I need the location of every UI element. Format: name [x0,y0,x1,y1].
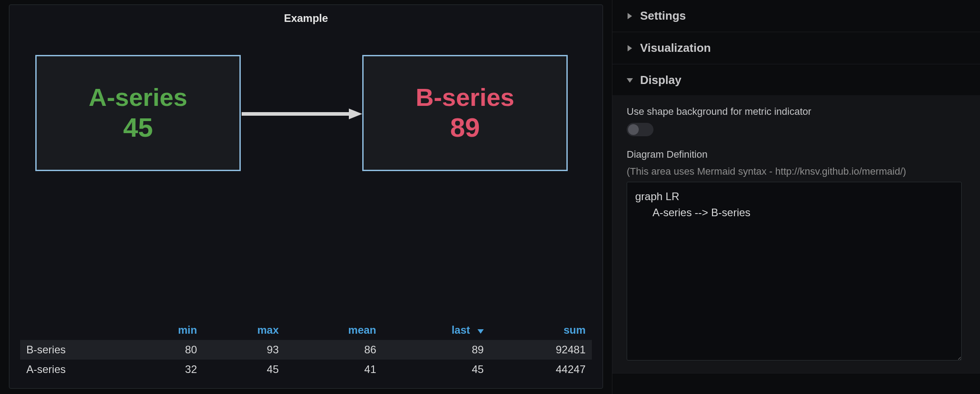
section-visualization[interactable]: Visualization [627,41,966,55]
cell-sum: 92481 [490,340,592,360]
cell-min: 80 [127,340,203,360]
svg-marker-5 [627,78,633,83]
diagram-definition-label: Diagram Definition [627,149,966,160]
stats-table: min max mean last sum [9,319,603,388]
cell-min: 32 [127,360,203,379]
cell-mean: 86 [285,340,382,360]
cell-mean: 41 [285,360,382,379]
section-settings[interactable]: Settings [627,9,966,23]
section-label: Display [640,73,682,87]
table-row[interactable]: A-series 32 45 41 45 44247 [20,360,592,379]
cell-last: 89 [382,340,490,360]
section-display[interactable]: Display [627,73,966,87]
stats-col-sum[interactable]: sum [490,320,592,340]
cell-max: 45 [203,360,285,379]
node-label: A-series [88,83,187,112]
chevron-right-icon [627,45,633,51]
svg-marker-3 [628,13,632,19]
node-label: B-series [415,83,514,112]
diagram-node-a[interactable]: A-series 45 [35,55,241,171]
diagram-canvas: A-series 45 B-series 89 [9,27,603,319]
chevron-down-icon [627,77,633,84]
cell-last: 45 [382,360,490,379]
cell-sum: 44247 [490,360,592,379]
diagram-definition-hint: (This area uses Mermaid syntax - http://… [627,166,966,177]
table-row[interactable]: B-series 80 93 86 89 92481 [20,340,592,360]
section-label: Visualization [640,41,711,55]
panel-title[interactable]: Example [9,5,603,27]
stats-col-last[interactable]: last [382,320,490,340]
shape-bg-label: Use shape background for metric indicato… [627,106,966,117]
node-value: 45 [123,112,153,143]
diagram-node-b[interactable]: B-series 89 [362,55,568,171]
chevron-right-icon [627,13,633,19]
cell-name: A-series [20,360,127,379]
svg-marker-2 [477,329,484,334]
section-label: Settings [640,9,686,23]
arrow-icon [242,109,362,119]
cell-max: 93 [203,340,285,360]
options-sidebar: Settings Visualization Display Use shape… [612,0,980,394]
shape-bg-toggle[interactable] [627,123,653,136]
stats-col-mean[interactable]: mean [285,320,382,340]
svg-marker-1 [349,109,362,119]
svg-marker-4 [628,45,632,51]
stats-col-max[interactable]: max [203,320,285,340]
node-value: 89 [450,112,480,143]
diagram-definition-input[interactable] [627,182,962,360]
chevron-down-icon [477,324,484,336]
toggle-knob [628,124,639,135]
stats-col-min[interactable]: min [127,320,203,340]
panel-preview: Example A-series 45 B-series 89 [9,4,603,389]
cell-name: B-series [20,340,127,360]
stats-col-name[interactable] [20,320,127,340]
stats-col-last-label: last [452,324,470,336]
